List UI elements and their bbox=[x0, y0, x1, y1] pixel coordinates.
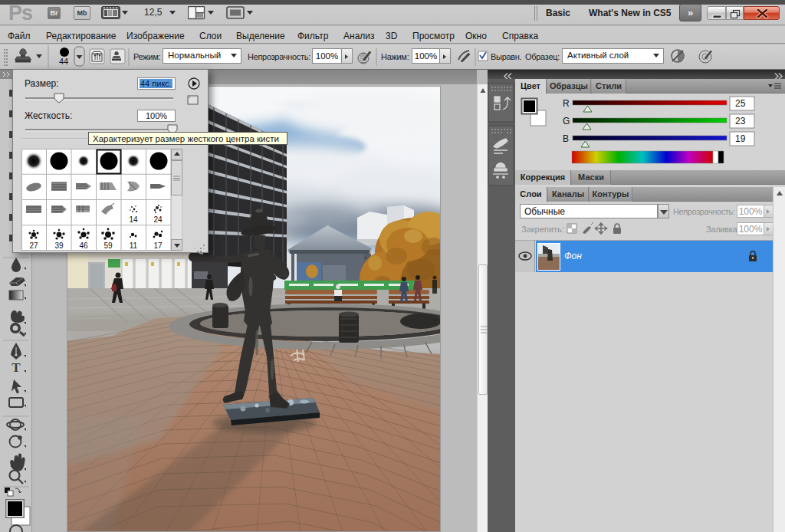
svg-text:25: 25 bbox=[735, 98, 746, 109]
svg-text:11: 11 bbox=[130, 241, 138, 250]
svg-text:B: B bbox=[563, 133, 569, 144]
svg-text:44: 44 bbox=[59, 57, 68, 66]
svg-text:17: 17 bbox=[153, 241, 163, 250]
svg-text:23: 23 bbox=[735, 116, 746, 126]
svg-text:R: R bbox=[563, 98, 570, 109]
svg-text:G: G bbox=[563, 116, 570, 126]
svg-text:59: 59 bbox=[103, 241, 113, 250]
svg-text:14: 14 bbox=[129, 215, 138, 224]
svg-text:19: 19 bbox=[735, 133, 746, 144]
svg-text:T: T bbox=[11, 360, 21, 375]
svg-text:39: 39 bbox=[54, 241, 64, 250]
svg-text:27: 27 bbox=[29, 241, 38, 250]
svg-text:24: 24 bbox=[153, 215, 163, 224]
svg-text:46: 46 bbox=[79, 241, 88, 250]
